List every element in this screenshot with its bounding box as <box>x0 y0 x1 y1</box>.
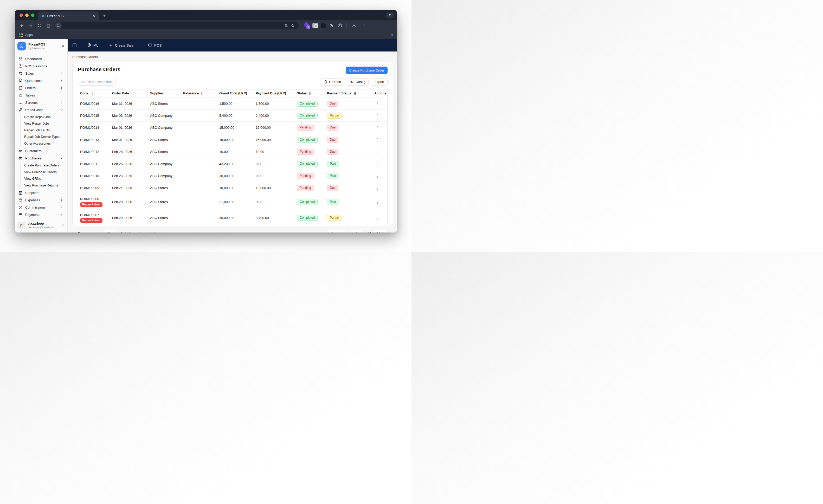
sidebar-subitem-create-repair-job[interactable]: Create Repair Job <box>23 114 65 121</box>
sort-icon[interactable] <box>200 92 204 95</box>
reload-icon[interactable] <box>36 22 43 29</box>
sort-icon[interactable] <box>90 92 94 95</box>
browser-tab-active[interactable]: ∞ PixzarPOS ✕ <box>38 11 99 20</box>
apps-bookmark[interactable]: Apps <box>25 33 33 37</box>
refresh-button[interactable]: Refresh <box>320 78 344 86</box>
status-badge: Completed <box>297 161 318 167</box>
search-input[interactable] <box>78 78 116 86</box>
workspace-switcher[interactable]: PixzarPOS By Pixzarloop <box>15 39 67 53</box>
sort-icon[interactable] <box>353 92 357 95</box>
export-button[interactable]: Export <box>371 78 387 86</box>
sidebar-item-customers[interactable]: Customers <box>16 147 65 155</box>
sidebar-user-menu[interactable]: P pixzarloop pixzarloop@gmail.com <box>15 219 67 232</box>
chevron-down-icon: ▼ <box>112 232 115 232</box>
bookmark-star-icon[interactable] <box>290 22 296 29</box>
sidebar-submenu: Create Purchase OrdersView Purchase Orde… <box>16 162 65 189</box>
maximize-window-button[interactable] <box>31 13 34 17</box>
sidebar-item-payments[interactable]: Payments <box>16 211 65 218</box>
row-actions-kebab-icon[interactable]: ⋮ <box>374 161 381 166</box>
table-row[interactable]: PO/ML/0010Feb 23, 2026ABC Company30,000.… <box>78 170 387 182</box>
table-row[interactable]: PO/ML/0007Return RaisedFeb 20, 2026ABC S… <box>78 210 387 226</box>
sidebar-item-sales[interactable]: Sales <box>16 70 65 77</box>
users-icon <box>18 149 23 153</box>
cell-reference <box>181 194 217 210</box>
sidebar-item-suppliers[interactable]: Suppliers <box>16 189 65 197</box>
row-actions-kebab-icon[interactable]: ⋮ <box>374 125 381 130</box>
sidebar-subitem-view-grns[interactable]: View GRNs <box>23 176 65 182</box>
sidebar-subitem-repair-job-faults[interactable]: Repair Job Faults <box>23 127 65 134</box>
tab-overflow-chevron-button[interactable]: ▼ <box>386 12 394 18</box>
sidebar-item-pos-sessions[interactable]: POS Sessions <box>16 62 65 70</box>
table-row[interactable]: PO/ML/0008Return RaisedFeb 20, 2026ABC S… <box>78 194 387 210</box>
row-actions-kebab-icon[interactable]: ⋮ <box>374 137 381 142</box>
create-purchase-order-button[interactable]: Create Purchase Order <box>346 66 387 74</box>
table-row[interactable]: PO/ML/0011Feb 26, 2026ABC Company43,200.… <box>78 158 387 170</box>
row-actions-kebab-icon[interactable]: ⋮ <box>374 215 381 220</box>
downloads-icon[interactable] <box>350 22 358 29</box>
back-icon[interactable] <box>18 22 26 29</box>
sidebar-subitem-view-purchase-returns[interactable]: View Purchase Returns <box>23 182 65 189</box>
wave-extension-icon[interactable]: 8 <box>304 22 310 29</box>
sidebar-toggle-button[interactable] <box>72 43 77 47</box>
cell-status: Completed <box>295 158 325 170</box>
location-selector[interactable]: ML <box>87 43 98 47</box>
sidebar-subitem-other-accessories[interactable]: Other Accessories <box>23 140 65 147</box>
address-bar[interactable] <box>54 22 299 29</box>
sidebar-item-dashboard[interactable]: Dashboard <box>16 55 65 62</box>
table-row[interactable]: PO/ML/0015Mar 03, 2026ABC Company5,400.0… <box>78 110 387 122</box>
password-keys-icon[interactable] <box>329 22 334 29</box>
rows-per-page-select[interactable]: 10 ▼ <box>104 230 117 232</box>
profile-avatar[interactable] <box>321 23 326 28</box>
browser-menu-kebab-icon[interactable]: ⋮ <box>360 22 368 29</box>
sidebar-subitem-repair-job-device-types[interactable]: Repair Job Device Types <box>23 134 65 140</box>
chevron-down-icon <box>60 157 63 160</box>
site-settings-sliders-icon[interactable] <box>55 22 62 29</box>
tab-close-icon[interactable]: ✕ <box>91 13 97 18</box>
table-row[interactable]: PO/ML/0012Feb 28, 2026ABC Stores10.0010.… <box>78 146 387 158</box>
sidebar-item-screens[interactable]: Screens <box>16 99 65 106</box>
zoom-search-icon[interactable] <box>283 22 290 29</box>
config-button[interactable]: Config <box>347 78 369 86</box>
table-row[interactable]: PO/ML/0016Mar 31, 2026ABC Stores1,500.00… <box>78 98 387 110</box>
row-actions-kebab-icon[interactable]: ⋮ <box>374 113 381 118</box>
table-row[interactable]: PO/ML/0014Mar 01, 2026ABC Company15,000.… <box>78 122 387 134</box>
status-badge: Pending <box>297 173 314 179</box>
forward-icon[interactable] <box>27 22 35 29</box>
table-row[interactable]: PO/ML/0009Feb 21, 2026ABC Stores10,000.0… <box>78 182 387 194</box>
sidebar-subitem-view-purchase-orders[interactable]: View Purchase Orders <box>23 169 65 176</box>
status-badge: Completed <box>297 137 318 143</box>
sidebar-item-quotations[interactable]: Quotations <box>16 77 65 84</box>
sidebar-subitem-view-repair-jobs[interactable]: View Repair Jobs <box>23 121 65 127</box>
minimize-window-button[interactable] <box>25 13 29 17</box>
sidebar-item-expenses[interactable]: Expenses <box>16 197 65 204</box>
new-tab-button[interactable]: + <box>99 11 110 20</box>
row-actions-kebab-icon[interactable]: ⋮ <box>374 149 381 155</box>
sidebar-item-commissions[interactable]: Commissions <box>16 204 65 211</box>
table-row[interactable]: PO/ML/0013Mar 01, 2026ABC Stores15,000.0… <box>78 134 387 146</box>
next-page-button[interactable]: Next <box>374 230 387 232</box>
page-number-input[interactable] <box>351 230 363 232</box>
row-actions-kebab-icon[interactable]: ⋮ <box>374 185 381 191</box>
sidebar-subitem-create-purchase-orders[interactable]: Create Purchase Orders <box>23 162 65 169</box>
cell-status: Completed <box>295 110 325 122</box>
bookmarks-overflow-icon[interactable]: » <box>391 33 393 37</box>
sidebar-item-orders[interactable]: Orders <box>16 84 65 92</box>
camera-extension-icon[interactable] <box>312 23 318 28</box>
home-icon[interactable] <box>44 22 52 29</box>
pos-button[interactable]: POS <box>148 43 162 47</box>
close-window-button[interactable] <box>19 13 23 17</box>
sidebar-item-purchases[interactable]: Purchases <box>16 155 65 162</box>
sidebar-item-repair-jobs[interactable]: Repair Jobs <box>16 106 65 113</box>
previous-page-button[interactable]: Previous <box>328 230 348 232</box>
extensions-puzzle-icon[interactable] <box>337 22 343 29</box>
sidebar-submenu: Create Repair JobView Repair JobsRepair … <box>16 114 65 147</box>
row-actions-kebab-icon[interactable]: ⋮ <box>374 173 381 179</box>
row-actions-kebab-icon[interactable]: ⋮ <box>374 101 381 106</box>
cell-payment-due: 0.00 <box>254 194 295 210</box>
sort-icon[interactable] <box>309 92 312 95</box>
sidebar-item-tables[interactable]: Tables <box>16 92 65 99</box>
row-actions-kebab-icon[interactable]: ⋮ <box>374 199 381 205</box>
create-sale-button[interactable]: Create Sale <box>109 43 134 47</box>
cell-payment-due: 15,000.00 <box>254 122 295 134</box>
sort-icon[interactable] <box>131 92 134 95</box>
